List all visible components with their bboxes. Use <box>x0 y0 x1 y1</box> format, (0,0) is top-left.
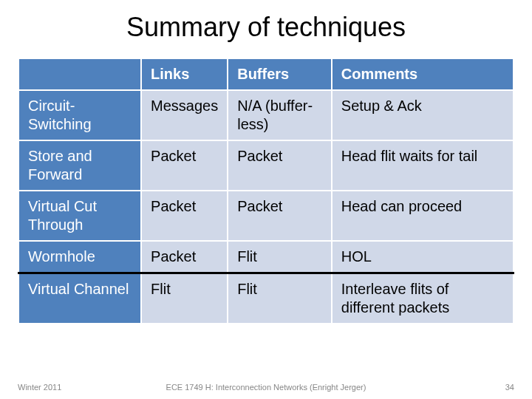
row-technique: Circuit-Switching <box>18 90 141 140</box>
table-row: Circuit-Switching Messages N/A (buffer-l… <box>18 90 514 140</box>
slide-title: Summary of techniques <box>0 12 532 43</box>
row-technique: Virtual Channel <box>18 273 141 324</box>
cell-buffers: Packet <box>228 191 332 241</box>
cell-links: Packet <box>141 241 228 273</box>
cell-buffers: Flit <box>228 241 332 273</box>
summary-table-wrap: Links Buffers Comments Circuit-Switching… <box>0 58 532 324</box>
header-row: Links Buffers Comments <box>18 58 514 90</box>
cell-buffers: Flit <box>228 273 332 324</box>
col-header-comments: Comments <box>332 58 514 90</box>
cell-comments: HOL <box>332 241 514 273</box>
footer-course: ECE 1749 H: Interconnection Networks (En… <box>166 383 366 392</box>
table-row: Store and Forward Packet Packet Head fli… <box>18 140 514 191</box>
row-technique: Wormhole <box>18 241 141 273</box>
footer-page-number: 34 <box>505 383 514 392</box>
cell-links: Flit <box>141 273 228 324</box>
col-header-buffers: Buffers <box>228 58 332 90</box>
cell-links: Packet <box>141 140 228 191</box>
cell-buffers: N/A (buffer-less) <box>228 90 332 140</box>
col-header-empty <box>18 58 141 90</box>
cell-comments: Interleave flits of different packets <box>332 273 514 324</box>
footer-term: Winter 2011 <box>18 383 61 392</box>
row-technique: Virtual Cut Through <box>18 191 141 241</box>
cell-comments: Head flit waits for tail <box>332 140 514 191</box>
cell-comments: Setup & Ack <box>332 90 514 140</box>
cell-comments: Head can proceed <box>332 191 514 241</box>
summary-table: Links Buffers Comments Circuit-Switching… <box>18 58 514 324</box>
cell-links: Messages <box>141 90 228 140</box>
cell-links: Packet <box>141 191 228 241</box>
table-row: Virtual Cut Through Packet Packet Head c… <box>18 191 514 241</box>
row-technique: Store and Forward <box>18 140 141 191</box>
table-row: Virtual Channel Flit Flit Interleave fli… <box>18 273 514 324</box>
col-header-links: Links <box>141 58 228 90</box>
table-row: Wormhole Packet Flit HOL <box>18 241 514 273</box>
slide-footer: Winter 2011 ECE 1749 H: Interconnection … <box>0 383 532 392</box>
cell-buffers: Packet <box>228 140 332 191</box>
